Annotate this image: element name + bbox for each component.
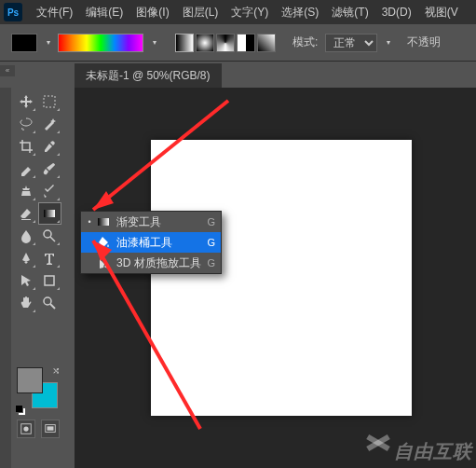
type-tool[interactable] xyxy=(39,248,61,268)
crop-tool[interactable] xyxy=(15,136,36,157)
ps-app-icon: Ps xyxy=(4,3,22,21)
svg-rect-8 xyxy=(48,426,54,430)
screen-mode-button[interactable] xyxy=(41,420,60,438)
blend-mode-select[interactable]: 正常 xyxy=(325,34,377,52)
material-drop-icon xyxy=(96,255,111,270)
zoom-tool[interactable] xyxy=(39,293,61,313)
history-brush-tool[interactable] xyxy=(39,181,61,201)
svg-rect-9 xyxy=(98,218,109,226)
brush-tool[interactable] xyxy=(39,158,61,179)
svg-point-4 xyxy=(44,297,51,305)
canvas[interactable] xyxy=(151,140,412,416)
sidebar-gutter xyxy=(0,88,11,468)
magic-wand-tool[interactable] xyxy=(39,114,61,134)
gradient-icon xyxy=(96,214,111,229)
menu-image[interactable]: 图像(I) xyxy=(129,5,175,21)
chevron-down-icon: ▾ xyxy=(387,38,390,47)
svg-point-6 xyxy=(23,426,28,431)
gradient-angle-button[interactable] xyxy=(216,34,235,52)
hand-tool[interactable] xyxy=(15,293,36,313)
flyout-label: 渐变工具 xyxy=(116,214,207,230)
eraser-tool[interactable] xyxy=(15,203,36,224)
collapse-panel-icon[interactable]: « xyxy=(0,65,15,76)
color-swatch-panel: ⤭ xyxy=(17,367,58,408)
dodge-tool[interactable] xyxy=(39,226,61,246)
document-tab[interactable]: 未标题-1 @ 50%(RGB/8) xyxy=(75,62,222,89)
flyout-shortcut: G xyxy=(207,237,215,248)
foreground-color-swatch[interactable] xyxy=(17,367,43,393)
marquee-tool[interactable] xyxy=(39,91,61,112)
menu-select[interactable]: 选择(S) xyxy=(275,5,325,21)
svg-rect-1 xyxy=(44,210,55,217)
eyedropper-tool[interactable] xyxy=(39,136,61,157)
chevron-down-icon[interactable]: ▾ xyxy=(153,38,156,47)
flyout-item-3d-material[interactable]: 3D 材质拖放工具 G xyxy=(81,253,221,273)
gradient-radial-button[interactable] xyxy=(196,34,214,52)
gradient-tool-flyout: • 渐变工具 G 油漆桶工具 G 3D 材质拖放工具 G xyxy=(80,211,222,274)
watermark: 自由互联 xyxy=(366,439,472,464)
gradient-tool[interactable] xyxy=(39,203,61,224)
flyout-item-gradient[interactable]: • 渐变工具 G xyxy=(81,212,221,232)
healing-brush-tool[interactable] xyxy=(15,158,36,179)
gradient-preview[interactable] xyxy=(58,34,143,52)
gradient-diamond-button[interactable] xyxy=(257,34,276,52)
shape-tool[interactable] xyxy=(39,270,61,291)
menu-file[interactable]: 文件(F) xyxy=(30,5,79,21)
svg-point-2 xyxy=(44,230,51,238)
gradient-reflected-button[interactable] xyxy=(237,34,255,52)
menu-edit[interactable]: 编辑(E) xyxy=(79,5,129,21)
pen-tool[interactable] xyxy=(15,248,36,268)
svg-rect-0 xyxy=(44,96,55,107)
flyout-shortcut: G xyxy=(207,257,215,268)
current-tool-indicator: • xyxy=(87,217,92,227)
clone-stamp-tool[interactable] xyxy=(15,181,36,201)
active-tool-preset[interactable] xyxy=(11,34,37,52)
flyout-label: 3D 材质拖放工具 xyxy=(116,255,207,271)
paint-bucket-icon xyxy=(96,235,111,250)
menu-filter[interactable]: 滤镜(T) xyxy=(325,5,374,21)
chevron-down-icon[interactable]: ▾ xyxy=(47,38,50,47)
menu-layer[interactable]: 图层(L) xyxy=(176,5,225,21)
menu-3d[interactable]: 3D(D) xyxy=(375,6,418,19)
quick-mask-button[interactable] xyxy=(17,420,35,438)
gradient-linear-button[interactable] xyxy=(175,34,194,52)
lasso-tool[interactable] xyxy=(15,114,36,134)
mode-label: 模式: xyxy=(292,34,318,50)
canvas-viewport[interactable] xyxy=(75,88,476,468)
flyout-item-paint-bucket[interactable]: 油漆桶工具 G xyxy=(81,232,221,253)
flyout-shortcut: G xyxy=(207,216,215,227)
tools-panel xyxy=(13,88,62,317)
menu-view[interactable]: 视图(V xyxy=(418,5,465,21)
default-colors-icon[interactable] xyxy=(15,405,24,414)
flyout-label: 油漆桶工具 xyxy=(116,235,207,251)
opacity-label: 不透明 xyxy=(407,34,441,50)
menu-type[interactable]: 文字(Y) xyxy=(224,5,275,21)
svg-rect-3 xyxy=(45,276,54,285)
swap-colors-icon[interactable]: ⤭ xyxy=(52,365,60,376)
move-tool[interactable] xyxy=(15,91,36,112)
blur-tool[interactable] xyxy=(15,226,36,246)
path-selection-tool[interactable] xyxy=(15,270,36,291)
